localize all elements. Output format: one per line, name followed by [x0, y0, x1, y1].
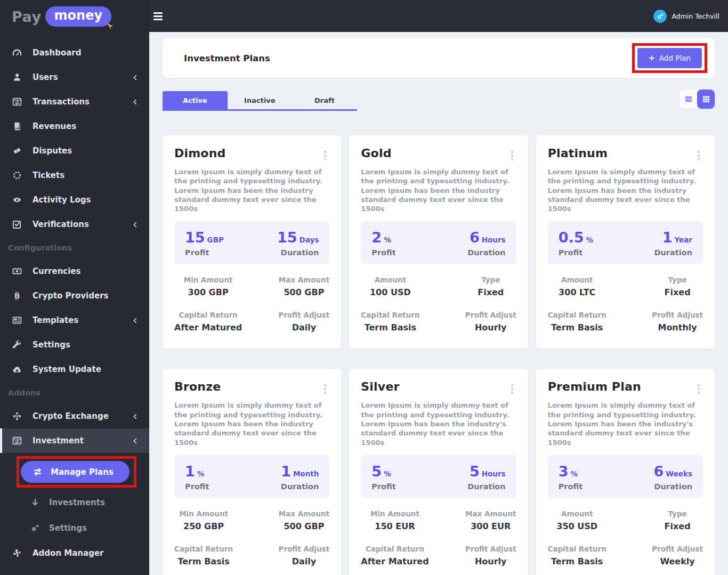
svg-text:B: B	[14, 291, 20, 300]
chevron-left-icon	[132, 74, 139, 81]
hamburger-icon[interactable]	[153, 9, 169, 23]
kebab-menu-icon[interactable]	[508, 382, 516, 396]
kebab-menu-icon[interactable]	[321, 382, 329, 396]
sidebar-item-verifications[interactable]: Verifications	[0, 212, 149, 237]
chevron-left-icon	[132, 413, 139, 420]
ticket-icon	[12, 146, 22, 156]
tabs-row: ActiveInactiveDraft	[163, 90, 715, 111]
sidebar-item-activity-logs[interactable]: Activity Logs	[0, 188, 149, 212]
plan-field-max-amount: Max Amount 500 GBP	[279, 276, 330, 297]
sidebar-item-investment[interactable]: Investment	[0, 428, 149, 453]
dotted-circle-icon	[12, 171, 22, 180]
grid-view-icon[interactable]	[697, 90, 715, 109]
sidebar-item-addon-manager[interactable]: Addon Manager	[0, 541, 149, 565]
plan-metric-box: 3% Profit 6Weeks Duration	[548, 455, 703, 498]
add-plan-button[interactable]: Add Plan	[637, 48, 702, 68]
sidebar-subitem-investments[interactable]: Investments	[0, 490, 149, 515]
plan-profit: 1% Profit	[185, 463, 209, 491]
sidebar-subitem-manage-plans[interactable]: Manage Plans	[21, 461, 130, 483]
plan-title: Premium Plan	[548, 380, 641, 393]
sidebar-item-settings[interactable]: Settings	[0, 333, 149, 357]
plan-profit: 2% Profit	[371, 229, 395, 257]
plan-title: Gold	[361, 147, 391, 160]
sidebar-section-addons: Addons	[0, 382, 149, 404]
plan-field-profit-adjust: Profit Adjust Daily	[279, 545, 330, 566]
user-name: Admin Techvill	[672, 12, 719, 20]
chevron-left-icon	[132, 438, 139, 444]
cloud-upload-icon	[12, 365, 22, 374]
brand-logo[interactable]: Pay money	[0, 0, 149, 33]
plan-metric-box: 2% Profit 6Hours Duration	[361, 221, 516, 264]
sidebar-item-users[interactable]: Users	[0, 65, 149, 90]
gauge-icon	[12, 48, 22, 58]
plan-card-bronze: Bronze Lorem Ipsum is simply dummy text …	[163, 369, 341, 575]
plan-duration: 5Hours Duration	[467, 463, 505, 491]
sidebar-item-currencies[interactable]: Currencies	[0, 259, 149, 284]
sidebar-item-dashboard[interactable]: Dashboard	[0, 41, 149, 65]
plan-card-premium-plan: Premium Plan Lorem Ipsum is simply dummy…	[536, 369, 715, 575]
plan-title: Platinum	[548, 147, 608, 160]
plan-card-gold: Gold Lorem Ipsum is simply dummy text of…	[349, 135, 528, 349]
plan-card-dimond: Dimond Lorem Ipsum is simply dummy text …	[163, 135, 341, 349]
plan-field-capital-return: Capital Return After Matured	[361, 545, 428, 566]
gears-icon	[30, 523, 41, 533]
check-square-icon	[12, 220, 22, 229]
tab-strip: ActiveInactiveDraft	[163, 91, 357, 111]
sidebar-item-transactions[interactable]: Transactions	[0, 90, 149, 114]
plan-field-profit-adjust: Profit Adjust Monthly	[652, 311, 703, 333]
kebab-menu-icon[interactable]	[508, 149, 516, 163]
topbar: Admin Techvill	[149, 0, 728, 32]
molecule-icon	[12, 411, 22, 421]
newspaper-icon	[12, 315, 22, 325]
sidebar-item-tickets[interactable]: Tickets	[0, 163, 149, 188]
plan-card-silver: Silver Lorem Ipsum is simply dummy text …	[349, 369, 528, 575]
list-view-icon[interactable]	[680, 90, 697, 109]
plan-field-profit-adjust: Profit Adjust Hourly	[465, 311, 516, 333]
chevron-left-icon	[132, 99, 139, 106]
plan-field-type: Type Fixed	[465, 276, 516, 297]
plan-duration: 1Year Duration	[654, 229, 692, 257]
plan-field-profit-adjust: Profit Adjust Daily	[279, 311, 330, 333]
plan-field-type: Type Fixed	[652, 276, 703, 297]
user-menu[interactable]: Admin Techvill	[653, 10, 719, 23]
sidebar-section-configurations: Configurations	[0, 237, 149, 259]
cursor-arrow-icon	[106, 22, 115, 31]
plan-cards-grid: Dimond Lorem Ipsum is simply dummy text …	[163, 135, 715, 575]
key-icon	[657, 12, 664, 20]
sidebar-item-crypto-exchange[interactable]: Crypto Exchange	[0, 404, 149, 428]
plan-duration: 15Days Duration	[277, 229, 319, 257]
sidebar-item-templates[interactable]: Templates	[0, 308, 149, 333]
chevron-left-icon	[132, 221, 139, 228]
plan-field-max-amount: Max Amount 500 GBP	[279, 509, 330, 531]
sidebar-subitem-settings[interactable]: Settings	[0, 515, 149, 541]
sidebar-item-crypto-providers[interactable]: B Crypto Providers	[0, 284, 149, 308]
user-icon	[12, 72, 22, 82]
tab-active[interactable]: Active	[163, 91, 228, 109]
plan-field-capital-return: Capital Return Term Basis	[548, 545, 606, 566]
plan-field-capital-return: Capital Return Term Basis	[361, 311, 419, 333]
kebab-menu-icon[interactable]	[321, 149, 329, 163]
window-transfer-icon	[12, 436, 22, 446]
chevron-left-icon	[132, 317, 139, 324]
plan-metric-box: 5% Profit 5Hours Duration	[361, 455, 516, 498]
plan-description: Lorem Ipsum is simply dummy text of the …	[174, 167, 329, 213]
view-toggle	[680, 90, 715, 109]
tab-draft[interactable]: Draft	[292, 91, 357, 109]
sidebar-item-disputes[interactable]: Disputes	[0, 139, 149, 163]
sidebar-item-system-update[interactable]: System Update	[0, 357, 149, 382]
plan-profit: 15GBP Profit	[185, 229, 224, 257]
eye-icon	[12, 195, 22, 205]
plan-duration: 6Hours Duration	[467, 229, 505, 257]
plan-description: Lorem Ipsum is simply dummy text of the …	[361, 401, 516, 447]
brand-money-pill: money	[45, 6, 112, 27]
brand-pay-text: Pay	[12, 9, 42, 25]
kebab-menu-icon[interactable]	[694, 382, 703, 396]
plan-field-amount: Amount 100 USD	[361, 276, 419, 297]
tab-inactive[interactable]: Inactive	[228, 91, 293, 109]
content-area: Investment Plans Add Plan ActiveInactive…	[149, 32, 728, 575]
swap-arrows-icon	[33, 467, 43, 477]
plan-profit: 3% Profit	[559, 463, 583, 491]
kebab-menu-icon[interactable]	[694, 149, 703, 163]
sidebar-item-revenues[interactable]: Revenues	[0, 114, 149, 139]
plan-duration: 1Month Duration	[281, 463, 319, 491]
